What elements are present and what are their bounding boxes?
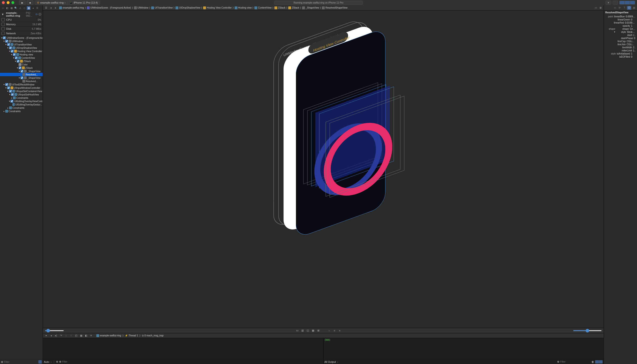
output-scope-label[interactable]: All Output <box>324 360 336 363</box>
layout-mode-2-icon[interactable]: ▥ <box>300 329 305 332</box>
toggle-inspectors[interactable] <box>630 1 635 4</box>
refresh-icon[interactable]: ⟳ <box>36 13 38 16</box>
visibility-checkbox[interactable] <box>17 60 20 62</box>
breadcrumb[interactable]: Hosting view <box>234 6 253 9</box>
scope-chevron-icon[interactable]: ⌄ <box>337 361 339 363</box>
canvas[interactable]: UIWindowScene - (Foreground Active) Host… <box>43 10 604 328</box>
variables-filter-input[interactable] <box>62 360 322 363</box>
canvas-zoom-slider[interactable] <box>45 330 64 331</box>
info-icon[interactable]: ⓘ <box>39 12 41 16</box>
trash-icon[interactable]: 🗑 <box>591 360 594 363</box>
issue-nav-icon[interactable]: ⚠ <box>18 6 22 10</box>
breadcrumb[interactable]: UIWindow <box>133 6 149 9</box>
disk-gauge-row[interactable]: Disk5.7 MB/s <box>0 27 43 31</box>
breakpoint-nav-icon[interactable]: ◂ <box>31 6 35 10</box>
debug-memory-icon[interactable]: ▦ <box>79 334 83 338</box>
tree-row[interactable]: Resolved... <box>0 80 43 83</box>
toggle-debug-area[interactable] <box>624 1 630 4</box>
disclosure-icon[interactable]: ▼ <box>7 47 9 49</box>
back-button[interactable]: ◂ <box>49 6 53 10</box>
tree-row[interactable]: Resolved... <box>0 73 43 76</box>
disclosure-icon[interactable]: ▼ <box>5 44 7 46</box>
layout-mode-1-icon[interactable]: ▭ <box>295 329 299 332</box>
tree-row[interactable]: ▼Hosting View Controller <box>0 50 43 53</box>
breadcrumb[interactable]: UIDropShadowView <box>174 6 201 9</box>
tree-row[interactable]: ▼Hosting view <box>0 53 43 56</box>
minimize-window[interactable] <box>7 1 10 4</box>
editor-add-icon[interactable]: ⊞ <box>598 6 603 10</box>
continue-icon[interactable]: ▸| <box>54 334 58 338</box>
step-over-icon[interactable]: ↷ <box>59 334 63 338</box>
disclosure-icon[interactable]: ▼ <box>9 50 11 52</box>
visibility-checkbox[interactable] <box>7 86 10 89</box>
breadcrumb[interactable]: ResolvedShapeView <box>321 6 348 9</box>
layout-mode-3-icon[interactable]: ◫ <box>306 329 310 332</box>
breadcrumb[interactable]: ZStack <box>287 6 300 9</box>
filter-config-icon[interactable]: ⊚ <box>56 360 58 363</box>
scope-chevron-icon[interactable]: ⌄ <box>50 361 52 363</box>
history-inspector-icon[interactable]: ⟳ <box>617 6 622 10</box>
project-nav-icon[interactable]: ▭ <box>1 6 5 10</box>
tree-row[interactable]: ▼UIInputSetHostView <box>0 93 43 96</box>
disclosure-icon[interactable]: ▼ <box>3 40 5 42</box>
depth-range-slider[interactable] <box>573 330 602 331</box>
step-out-icon[interactable]: ↑ <box>69 334 73 338</box>
disclosure-icon[interactable]: ▼ <box>7 90 9 92</box>
close-window[interactable] <box>2 1 5 4</box>
breadcrumb[interactable]: _ShapeView <box>301 6 320 9</box>
zoom-fit-icon[interactable]: = <box>332 329 337 332</box>
attributes-inspector-icon[interactable]: ⓘ <box>627 6 631 10</box>
console-filter-input[interactable] <box>560 360 590 363</box>
symbol-nav-icon[interactable]: ▦ <box>10 6 13 10</box>
disclosure-icon[interactable]: ▼ <box>18 70 21 72</box>
layout-mode-4-icon[interactable]: ▦ <box>311 329 315 332</box>
visibility-checkbox[interactable] <box>11 50 14 52</box>
disclosure-icon[interactable]: ▼ <box>9 94 11 96</box>
breadcrumb[interactable]: UITransitionView <box>150 6 173 9</box>
visibility-checkbox[interactable] <box>11 93 14 96</box>
file-inspector-icon[interactable]: ▭ <box>613 6 617 10</box>
disclosure-icon[interactable]: ▼ <box>9 100 11 102</box>
report-nav-icon[interactable]: ☰ <box>35 6 39 10</box>
debug-breadcrumb[interactable]: example-swiftui-ring <box>95 334 122 337</box>
scheme-selector[interactable]: ⚙example-swiftui-ring⟩ 📱iPhone 11 Pro (1… <box>35 0 100 5</box>
tree-row[interactable]: ▼UIInputWindowController <box>0 86 43 90</box>
visibility-checkbox[interactable] <box>9 90 12 92</box>
disclosure-icon[interactable]: ▸ <box>7 107 9 109</box>
tree-row[interactable]: ▼ZStack <box>0 60 43 63</box>
visibility-checkbox[interactable] <box>19 66 22 69</box>
step-into-icon[interactable]: ↓ <box>64 334 68 338</box>
tree-row[interactable]: ▼_ShapeView <box>0 76 43 80</box>
debug-simulator-icon[interactable]: ✈ <box>89 334 93 338</box>
tree-row[interactable]: ▼ContentView <box>0 56 43 60</box>
disclosure-icon[interactable]: ▸ <box>11 97 13 99</box>
disclosure-icon[interactable]: ▸ <box>3 110 5 112</box>
breadcrumb[interactable]: example-swiftui-ring <box>58 6 85 9</box>
filter-input[interactable] <box>4 361 38 363</box>
toggle-navigator[interactable] <box>619 1 624 4</box>
tree-row[interactable]: ▼ZStack <box>0 66 43 70</box>
visibility-checkbox[interactable] <box>21 76 23 79</box>
disclosure-icon[interactable]: ▼ <box>11 54 13 56</box>
library-button[interactable]: + <box>605 1 611 4</box>
breadcrumb[interactable]: ZStack <box>273 6 286 9</box>
disclosure-icon[interactable]: ▼ <box>614 31 615 33</box>
related-items-icon[interactable]: ☰ <box>44 6 48 10</box>
tree-row[interactable]: ▼_ShapeView <box>0 70 43 73</box>
debug-location-icon[interactable]: ◧ <box>84 334 88 338</box>
visibility-checkbox[interactable] <box>21 70 23 72</box>
tree-row[interactable]: ▸Constraints <box>0 110 43 113</box>
console-right-toggle[interactable] <box>599 360 603 364</box>
tree-row[interactable]: Color <box>0 63 43 66</box>
disclosure-icon[interactable]: ▼ <box>13 57 15 59</box>
forward-button[interactable]: ▸ <box>53 6 58 10</box>
disclosure-icon[interactable]: ▼ <box>1 37 3 39</box>
breadcrumb[interactable]: ContentView <box>253 6 273 9</box>
run-button[interactable]: ▶ <box>19 0 26 5</box>
tree-row[interactable]: ▼UITransitionView <box>0 43 43 46</box>
visibility-checkbox[interactable] <box>5 83 8 86</box>
debug-breadcrumb[interactable]: ⚡Thread 1 <box>124 334 139 337</box>
debug-breadcrumb[interactable]: ⊙0 mach_msg_trap <box>141 334 164 337</box>
process-header[interactable]: ▼ example-swiftui-ring PID 982... ⟳ ⓘ <box>0 11 43 18</box>
editor-layout-icon[interactable]: ▭ <box>594 6 598 10</box>
